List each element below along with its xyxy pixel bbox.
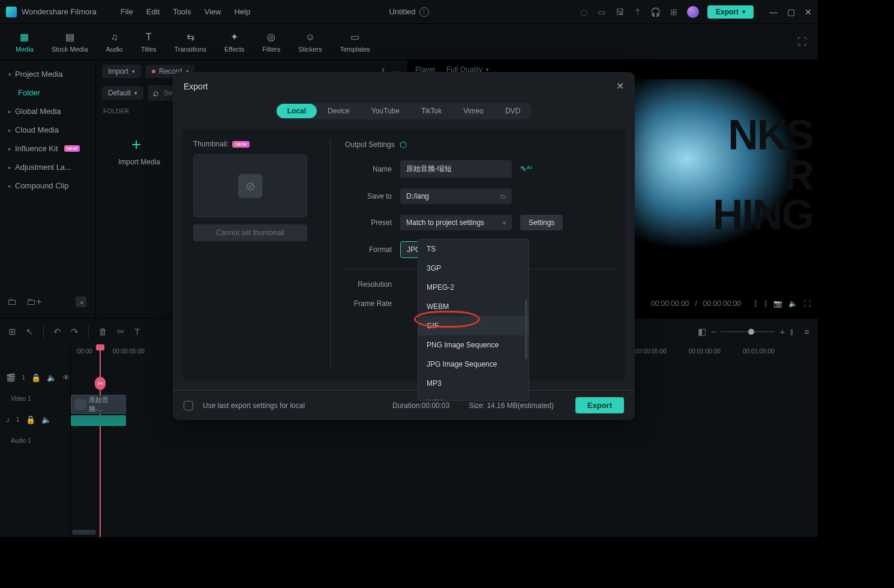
export-tab-device[interactable]: Device [317, 104, 361, 118]
audio-track-icon: ♪ [6, 415, 10, 424]
ai-rename-icon[interactable]: ✎ᴬᴵ [520, 164, 532, 173]
window-minimize[interactable]: — [769, 7, 778, 17]
menu-view[interactable]: View [204, 7, 221, 16]
cloud-save-icon[interactable]: ◌ [579, 7, 589, 17]
format-option-ts[interactable]: TS [418, 239, 529, 259]
tab-templates[interactable]: ▭Templates [334, 29, 376, 55]
dropdown-scrollbar[interactable] [525, 299, 527, 359]
cloud-upload-icon[interactable]: ⇡ [633, 7, 643, 17]
tab-stock-media[interactable]: ▤Stock Media [46, 29, 94, 55]
collapse-sidebar-icon[interactable]: ◂ [76, 296, 86, 307]
playhead[interactable] [100, 344, 101, 537]
monitor-icon[interactable]: ▭ [597, 7, 607, 17]
tab-effects[interactable]: ✦Effects [218, 29, 250, 55]
sort-dropdown[interactable]: Default▾ [102, 86, 143, 100]
sidebar-item-adjustment-layer[interactable]: ▸Adjustment La... [2, 158, 93, 176]
timeline-options-icon[interactable]: ⊞ [8, 326, 16, 337]
sidebar-item-influence-kit[interactable]: ▸Influence KitNEW [2, 139, 93, 158]
menu-tools[interactable]: Tools [173, 7, 191, 16]
mute-icon[interactable]: 🔈 [47, 373, 56, 382]
zoom-out-icon[interactable]: − [711, 326, 716, 337]
sidebar-item-folder[interactable]: Folder [2, 83, 93, 102]
window-maximize[interactable]: ▢ [787, 7, 795, 17]
undo-icon[interactable]: ↶ [53, 326, 61, 337]
headphones-icon[interactable]: 🎧 [651, 7, 661, 17]
format-option-gif[interactable]: GIF [418, 316, 529, 335]
split-icon[interactable]: ✂ [117, 326, 125, 337]
panel-expand-icon[interactable]: ⛶ [797, 37, 808, 47]
saveto-input[interactable]: D:/lang🗀 [400, 188, 512, 204]
format-option-jpg-seq[interactable]: JPG Image Sequence [418, 355, 529, 374]
new-folder-icon[interactable]: 🗀+ [26, 296, 41, 307]
filters-icon: ◎ [265, 31, 277, 43]
timeline-settings-icon[interactable]: ≡ [804, 326, 809, 337]
folder-icon[interactable]: 🗀 [500, 193, 506, 200]
close-icon[interactable]: ✕ [616, 80, 624, 92]
track-audio-1[interactable]: ♪1 🔒 🔈 [0, 404, 70, 434]
import-dropdown[interactable]: Import▾ [102, 65, 141, 78]
zoom-in-icon[interactable]: + [779, 326, 785, 337]
import-media-card[interactable]: + Import Media [103, 118, 175, 184]
export-tab-tiktok[interactable]: TikTok [410, 104, 452, 118]
fullscreen-icon[interactable]: ⛶ [803, 299, 811, 308]
apps-icon[interactable]: ⊞ [669, 7, 679, 17]
user-avatar[interactable] [687, 6, 699, 18]
export-tab-dvd[interactable]: DVD [494, 104, 531, 118]
mute-icon[interactable]: 🔈 [41, 415, 51, 424]
sidebar-item-cloud-media[interactable]: ▸Cloud Media [2, 121, 93, 139]
zoom-slider[interactable] [721, 331, 775, 332]
timeline-scrollbar[interactable] [72, 530, 96, 535]
format-option-webm[interactable]: WEBM [418, 297, 529, 316]
use-last-settings-checkbox[interactable] [184, 401, 193, 410]
lock-icon[interactable]: 🔒 [31, 373, 41, 382]
marker-icon[interactable]: ◧ [698, 326, 706, 337]
export-button[interactable]: Export ▾ [707, 5, 754, 19]
lock-icon[interactable]: 🔒 [26, 415, 35, 424]
name-input[interactable]: 原始音频-缩短 [400, 160, 512, 178]
tab-transitions[interactable]: ⇆Transitions [169, 29, 212, 55]
zoom-fit-icon[interactable]: ⫿ [790, 326, 794, 337]
snapshot-icon[interactable]: 📷 [773, 299, 782, 308]
export-confirm-button[interactable]: Export [575, 397, 624, 413]
settings-ok-icon: ⬡ [400, 140, 407, 149]
menu-help[interactable]: Help [234, 7, 250, 16]
format-option-mpeg2[interactable]: MPEG-2 [418, 278, 529, 297]
cut-marker-icon[interactable]: ✂ [95, 377, 106, 390]
tab-audio[interactable]: ♫Audio [100, 29, 129, 55]
video-clip[interactable]: 原始音频-... [71, 395, 126, 414]
menu-file[interactable]: File [121, 7, 133, 16]
eye-icon[interactable]: 👁 [62, 373, 70, 382]
audio-clip[interactable] [71, 415, 126, 426]
settings-button[interactable]: Settings [520, 215, 563, 230]
export-tab-vimeo[interactable]: Vimeo [452, 104, 494, 118]
sidebar-item-compound-clip[interactable]: ▸Compound Clip [2, 176, 93, 195]
track-video-1[interactable]: 🎬1 🔒 🔈 👁 [0, 362, 70, 392]
format-option-wav[interactable]: WAV [418, 393, 529, 401]
cursor-tool-icon[interactable]: ↖ [26, 326, 34, 337]
export-tab-local[interactable]: Local [277, 104, 317, 118]
mark-out-icon[interactable]: ⟧ [764, 299, 767, 308]
redo-icon[interactable]: ↷ [71, 326, 79, 337]
menu-edit[interactable]: Edit [146, 7, 160, 16]
preset-dropdown[interactable]: Match to project settings▾ [400, 215, 512, 230]
save-icon[interactable]: 🖫 [615, 7, 625, 17]
chevron-down-icon: ▾ [503, 220, 506, 226]
text-icon[interactable]: T [134, 326, 140, 337]
tab-stickers[interactable]: ☺Stickers [292, 29, 328, 55]
export-dialog-title: Export [184, 82, 208, 91]
tab-media[interactable]: ▦Media [10, 29, 40, 55]
sidebar-item-project-media[interactable]: ▾Project Media [2, 65, 93, 83]
format-option-png-seq[interactable]: PNG Image Sequence [418, 335, 529, 355]
delete-icon[interactable]: 🗑 [98, 326, 107, 337]
format-option-mp3[interactable]: MP3 [418, 374, 529, 393]
volume-icon[interactable]: 🔈 [788, 299, 797, 308]
sidebar-item-global-media[interactable]: ▸Global Media [2, 102, 93, 121]
format-option-3gp[interactable]: 3GP [418, 259, 529, 278]
window-close[interactable]: ✕ [805, 7, 812, 17]
project-folder-icon[interactable]: 🗀 [7, 296, 17, 307]
tab-titles[interactable]: TTitles [135, 29, 163, 55]
tab-filters[interactable]: ◎Filters [256, 29, 286, 55]
export-tab-youtube[interactable]: YouTube [361, 104, 410, 118]
saveto-label: Save to [345, 192, 392, 200]
mark-in-icon[interactable]: ⟦ [754, 299, 758, 308]
